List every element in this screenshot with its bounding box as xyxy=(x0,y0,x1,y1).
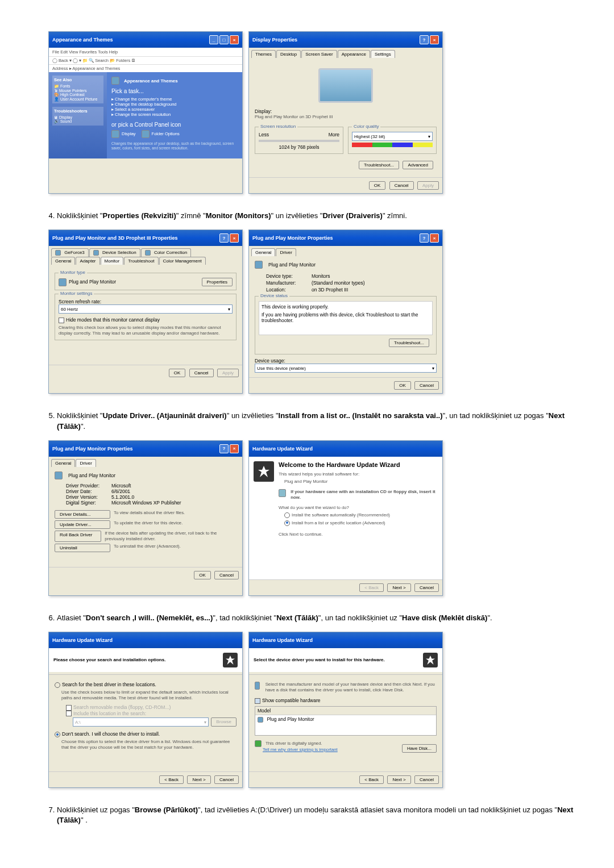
ok-button[interactable]: OK xyxy=(194,571,211,579)
tab-appearance[interactable]: Appearance xyxy=(338,50,370,58)
location: on 3D Prophet III xyxy=(312,287,348,293)
driver-details-button[interactable]: Driver Details... xyxy=(55,510,110,519)
hide-modes-checkbox[interactable] xyxy=(59,318,64,323)
back-button[interactable]: < Back xyxy=(359,583,384,592)
tab-monitor[interactable]: Monitor xyxy=(101,257,124,265)
apply-button[interactable]: Apply xyxy=(417,181,439,190)
check-location[interactable] xyxy=(66,711,72,716)
nvidia-icon xyxy=(93,250,99,256)
sidebar-section: Troubleshooters 🖥 Display 🔊 Sound xyxy=(52,107,103,126)
dont-search-note: Choose this option to select the device … xyxy=(61,739,237,750)
tab-general[interactable]: General xyxy=(251,248,275,256)
max-icon[interactable]: □ xyxy=(219,35,229,44)
browse-button[interactable]: Browse xyxy=(211,717,237,727)
troubleshoot-button[interactable]: Troubleshoot... xyxy=(389,339,429,347)
tab-themes[interactable]: Themes xyxy=(251,50,276,58)
next-button[interactable]: Next > xyxy=(387,775,410,784)
help-icon[interactable]: ? xyxy=(219,444,229,453)
troubleshoot-button[interactable]: Troubleshoot... xyxy=(359,161,399,169)
check-compatible[interactable] xyxy=(255,698,260,704)
help-icon[interactable]: ? xyxy=(219,233,229,243)
cancel-button[interactable]: Cancel xyxy=(414,583,439,592)
next-button[interactable]: Next > xyxy=(387,583,410,592)
tab-driver[interactable]: Driver xyxy=(76,459,96,467)
radio-dont-search-label: Don't search. I will choose the driver t… xyxy=(62,731,160,737)
back-button[interactable]: < Back xyxy=(159,775,184,784)
radio-dont-search[interactable] xyxy=(55,732,60,737)
task-link[interactable]: ▸ Change the computer's theme xyxy=(111,97,238,102)
help-icon[interactable]: ? xyxy=(420,35,429,44)
tab-settings[interactable]: Settings xyxy=(371,50,395,58)
cancel-button[interactable]: Cancel xyxy=(414,381,439,390)
properties-button[interactable]: Properties xyxy=(202,278,233,286)
signing-link[interactable]: Tell me why driver signing is important xyxy=(263,747,338,753)
close-icon[interactable]: × xyxy=(430,233,439,243)
help-icon[interactable]: ? xyxy=(420,233,429,243)
model-item[interactable]: Plug and Play Monitor xyxy=(255,715,436,724)
back-button[interactable]: < Back xyxy=(359,775,384,784)
task-link[interactable]: ▸ Change the desktop background xyxy=(111,102,238,107)
colorquality-label: Color quality xyxy=(352,124,380,129)
cd-icon xyxy=(279,489,286,497)
next-button[interactable]: Next > xyxy=(187,775,210,784)
radio-auto[interactable] xyxy=(284,512,290,518)
advanced-button[interactable]: Advanced xyxy=(403,161,433,169)
cp-icon-folder-options[interactable]: Folder Options xyxy=(142,130,180,138)
tab-screensaver[interactable]: Screen Saver xyxy=(301,50,337,58)
update-driver-text: To update the driver for this device. xyxy=(114,520,182,529)
ok-button[interactable]: OK xyxy=(169,369,186,377)
click-next-text: Click Next to continue. xyxy=(279,532,438,537)
tab-general[interactable]: General xyxy=(51,459,75,467)
titlebar: Appearance and Themes _ □ × xyxy=(49,32,242,48)
window-controls: _ □ × xyxy=(209,35,239,44)
ok-button[interactable]: OK xyxy=(394,381,411,390)
apply-button[interactable]: Apply xyxy=(217,369,239,377)
tab-driver[interactable]: Driver xyxy=(276,248,296,256)
update-driver-button[interactable]: Update Driver... xyxy=(55,520,110,529)
cancel-button[interactable]: Cancel xyxy=(389,181,414,190)
radio-search[interactable] xyxy=(55,682,60,688)
path-select[interactable]: A:\▾ xyxy=(73,717,209,727)
close-icon[interactable]: × xyxy=(230,233,239,243)
tab-color-correction[interactable]: Color Correction xyxy=(141,248,191,257)
cancel-button[interactable]: Cancel xyxy=(214,571,239,579)
window-title: Hardware Update Wizard xyxy=(52,637,113,643)
device-status-label: Device status xyxy=(259,293,289,298)
task-link[interactable]: ▸ Change the screen resolution xyxy=(111,112,238,117)
check-removable[interactable] xyxy=(66,705,72,711)
cd-note: If your hardware came with an installati… xyxy=(291,489,438,500)
min-icon[interactable]: _ xyxy=(209,35,218,44)
close-icon[interactable]: × xyxy=(230,444,239,453)
nvidia-icon xyxy=(145,250,151,256)
tab-adapter[interactable]: Adapter xyxy=(76,257,99,265)
tab-troubleshoot[interactable]: Troubleshoot xyxy=(124,257,158,265)
rollback-button[interactable]: Roll Back Driver xyxy=(55,531,101,542)
provider: Microsoft xyxy=(111,483,131,489)
tab-device-selection[interactable]: Device Selection xyxy=(89,248,140,257)
ok-button[interactable]: OK xyxy=(369,181,386,190)
signed-icon xyxy=(255,740,262,747)
cp-icon-display[interactable]: Display xyxy=(111,130,136,138)
close-icon[interactable]: × xyxy=(430,35,439,44)
tab-geforce3[interactable]: GeForce3 xyxy=(51,248,89,257)
hardware-update-wizard-select: Hardware Update Wizard Select the device… xyxy=(248,632,443,788)
cancel-button[interactable]: Cancel xyxy=(189,369,214,377)
cancel-button[interactable]: Cancel xyxy=(214,775,239,784)
tab-colormgmt[interactable]: Color Management xyxy=(159,257,206,265)
cancel-button[interactable]: Cancel xyxy=(414,775,439,784)
nav-toolbar: ◯ Back ▾ ◯ ▾ 📁 🔍 Search 📂 Folders 🗓 xyxy=(49,56,242,64)
hardware-update-wizard-search: Hardware Update Wizard Please choose you… xyxy=(48,632,243,788)
have-disk-button[interactable]: Have Disk... xyxy=(402,744,437,753)
uninstall-button[interactable]: Uninstall xyxy=(55,544,110,552)
close-icon[interactable]: × xyxy=(230,35,239,44)
radio-list[interactable] xyxy=(284,520,290,526)
step-4: Noklikšķiniet "Properties (Rekvizīti)" z… xyxy=(57,211,580,221)
resolution-slider[interactable] xyxy=(259,140,339,142)
tab-desktop[interactable]: Desktop xyxy=(276,50,301,58)
device-usage-select[interactable]: Use this device (enable)▾ xyxy=(255,364,437,373)
step-5: Noklikšķiniet "Update Driver.. (Atjaunin… xyxy=(57,411,580,431)
tab-general[interactable]: General xyxy=(51,257,75,265)
refresh-select[interactable]: 60 Hertz▾ xyxy=(59,304,233,314)
task-link[interactable]: ▸ Select a screensaver xyxy=(111,107,238,112)
colorquality-select[interactable]: Highest (32 bit)▾ xyxy=(352,132,433,141)
